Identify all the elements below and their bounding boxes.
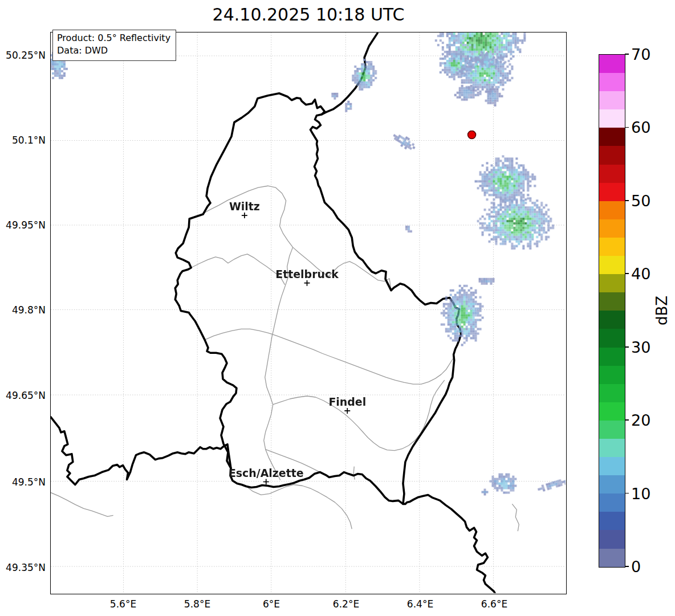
- colorbar-segment: [599, 402, 625, 421]
- colorbar-segment: [599, 201, 625, 219]
- colorbar-segment: [599, 109, 625, 128]
- colorbar-tick-mark: [625, 200, 629, 201]
- colorbar-segment: [599, 91, 625, 109]
- radar-echo: [481, 488, 488, 495]
- admin-border-line: [273, 380, 445, 451]
- colorbar-segment: [599, 146, 625, 164]
- admin-borders: [51, 186, 519, 531]
- colorbar-segment: [599, 274, 625, 292]
- radar-echo: [537, 476, 566, 493]
- plot-title: 24.10.2025 10:18 UTC: [50, 5, 567, 25]
- colorbar-tick-label: 50: [631, 191, 650, 209]
- colorbar-tick-mark: [625, 346, 629, 348]
- lon-tick-label: 5.8°E: [172, 598, 223, 610]
- admin-border-line: [205, 329, 453, 384]
- radar-screenshot: { "title": "24.10.2025 10:18 UTC", "lege…: [0, 0, 675, 616]
- colorbar-tick-label: 30: [631, 338, 650, 356]
- country-border-line: [51, 417, 231, 485]
- admin-border-line: [353, 467, 355, 480]
- radar-map-canvas: WiltzEttelbruckFindelEsch/Alzette: [51, 32, 566, 593]
- colorbar-tick-mark: [625, 566, 629, 567]
- radar-echo: [489, 474, 517, 494]
- colorbar-segment: [599, 439, 625, 457]
- colorbar-tick-label: 20: [631, 411, 650, 429]
- graticule: [51, 32, 566, 593]
- city-annotation-ettelbruck: Ettelbruck: [275, 268, 339, 286]
- colorbar-tick-label: 0: [631, 558, 641, 576]
- map-frame: WiltzEttelbruckFindelEsch/Alzette: [50, 32, 567, 594]
- colorbar-segment: [599, 512, 625, 530]
- legend-source-line: Data: DWD: [57, 44, 170, 57]
- colorbar-tick-mark: [625, 419, 629, 421]
- admin-border-line: [191, 254, 284, 285]
- legend-box: Product: 0.5° Reflectivity Data: DWD: [52, 30, 176, 61]
- colorbar-tick-label: 10: [631, 484, 650, 502]
- colorbar-segment: [599, 421, 625, 439]
- admin-border-line: [246, 484, 352, 529]
- admin-border-line: [264, 247, 293, 480]
- country-border-line: [175, 93, 461, 504]
- lon-tick-label: 6.4°E: [395, 598, 446, 610]
- colorbar-segment: [599, 549, 625, 567]
- radar-echoes: [51, 32, 566, 495]
- colorbar-tick-label: 40: [631, 265, 650, 283]
- colorbar-segment: [599, 183, 625, 201]
- colorbar-tick-mark: [625, 54, 629, 55]
- colorbar-segment: [599, 384, 625, 402]
- city-annotation-esch-alzette: Esch/Alzette: [229, 467, 304, 485]
- city-marker-icon: [304, 280, 310, 286]
- radar-echo: [441, 285, 484, 346]
- colorbar-tick-label: 70: [631, 46, 650, 63]
- legend-product-line: Product: 0.5° Reflectivity: [57, 32, 170, 44]
- colorbar-segment: [599, 55, 625, 73]
- national-borders: [51, 33, 496, 593]
- colorbar-segment: [599, 165, 625, 183]
- lat-tick-label: 49.65°N: [1, 390, 46, 401]
- colorbar-unit-label: dBZ: [653, 293, 670, 328]
- lat-tick-label: 49.95°N: [1, 219, 46, 231]
- city-label: Findel: [328, 395, 366, 408]
- lat-tick-label: 50.1°N: [1, 134, 46, 146]
- colorbar-segment: [599, 493, 625, 512]
- city-label: Ettelbruck: [275, 268, 339, 280]
- city-annotation-wiltz: Wiltz: [229, 200, 260, 218]
- city-marker-icon: [242, 213, 247, 218]
- colorbar-tick-mark: [625, 127, 629, 128]
- colorbar-segment: [599, 457, 625, 475]
- admin-border-line: [51, 492, 113, 516]
- lat-tick-label: 50.25°N: [1, 50, 46, 61]
- colorbar-tick-mark: [625, 273, 629, 274]
- radar-echo: [479, 278, 495, 285]
- lon-tick-label: 6.6°E: [469, 598, 520, 610]
- colorbar-segment: [599, 256, 625, 274]
- city-marker-icon: [263, 479, 269, 485]
- city-label: Esch/Alzette: [229, 467, 304, 479]
- colorbar-segment: [599, 73, 625, 91]
- lon-tick-label: 6.2°E: [320, 598, 372, 610]
- admin-border-line: [512, 504, 519, 531]
- colorbar: [599, 54, 625, 568]
- colorbar-segment: [599, 311, 625, 329]
- colorbar-segment: [599, 475, 625, 493]
- radar-echo: [391, 130, 418, 153]
- radar-echo: [405, 226, 412, 232]
- lat-tick-label: 49.35°N: [1, 562, 46, 573]
- lat-tick-label: 49.5°N: [1, 476, 46, 488]
- colorbar-segment: [599, 292, 625, 311]
- colorbar-segment: [599, 238, 625, 256]
- radar-echo: [345, 101, 352, 112]
- radar-echo: [352, 59, 377, 91]
- city-label: Wiltz: [229, 200, 260, 213]
- radar-echo: [477, 195, 555, 250]
- colorbar-tick-label: 60: [631, 119, 650, 136]
- radar-echo: [331, 93, 338, 100]
- colorbar-tick-mark: [625, 493, 629, 494]
- lon-tick-label: 6°E: [246, 598, 297, 610]
- colorbar-segment: [599, 366, 625, 384]
- colorbar-segment: [599, 530, 625, 548]
- city-annotation-findel: Findel: [328, 395, 366, 414]
- radar-site-dot: [468, 131, 476, 139]
- colorbar-segment: [599, 329, 625, 347]
- lon-tick-label: 5.6°E: [97, 598, 149, 610]
- colorbar-segment: [599, 219, 625, 238]
